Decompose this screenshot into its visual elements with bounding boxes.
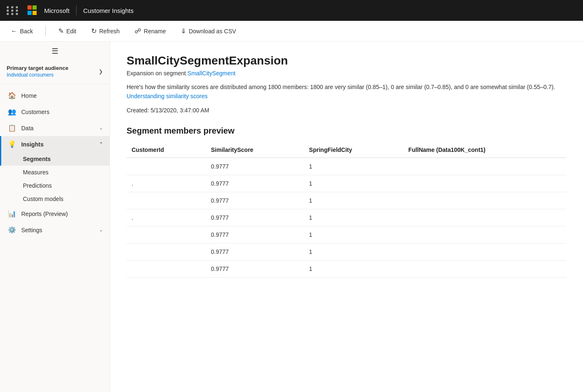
reports-icon: 📊 — [8, 210, 16, 218]
settings-icon: ⚙️ — [8, 226, 16, 234]
audience-chevron-icon: ❯ — [99, 69, 103, 74]
download-csv-button[interactable]: ⇓ Download as CSV — [178, 25, 239, 37]
cell-fullname — [404, 226, 566, 243]
cell-similarity: 0.9777 — [206, 226, 304, 243]
table-row: 0.9777 1 — [127, 226, 566, 243]
custom-models-label: Custom models — [23, 196, 63, 202]
table-row: . 0.9777 1 — [127, 209, 566, 226]
audience-sub: Individual consumers — [7, 72, 68, 78]
rename-icon: ☍ — [135, 27, 141, 35]
sidebar-item-data-label: Data — [21, 125, 94, 131]
cell-fullname — [404, 158, 566, 175]
sidebar-item-segments[interactable]: Segments — [0, 152, 110, 166]
cell-customerid — [127, 243, 206, 260]
predictions-label: Predictions — [23, 182, 52, 189]
sidebar-item-insights-label: Insights — [21, 141, 94, 148]
data-icon: 📋 — [8, 124, 16, 132]
cell-customerid — [127, 158, 206, 175]
back-button[interactable]: ← Back — [8, 26, 35, 37]
insights-chevron-icon: ⌃ — [99, 141, 103, 147]
insights-icon: 💡 — [8, 140, 16, 148]
content-area: SmallCitySegmentExpansion Expansion on s… — [110, 42, 583, 392]
sidebar-item-settings-label: Settings — [21, 227, 94, 233]
sidebar-item-insights[interactable]: 💡 Insights ⌃ — [0, 136, 110, 152]
cell-city: 1 — [304, 243, 403, 260]
cell-customerid — [127, 192, 206, 209]
table-row: 0.9777 1 — [127, 192, 566, 209]
sidebar-item-customers[interactable]: 👥 Customers — [0, 104, 110, 120]
table-row: 0.9777 1 — [127, 260, 566, 277]
cell-city: 1 — [304, 158, 403, 175]
topbar: Microsoft Customer Insights — [0, 0, 583, 21]
cell-customerid — [127, 260, 206, 277]
table-header-row: CustomerId SimilarityScore SpringFieldCi… — [127, 142, 566, 158]
table-section-title: Segment members preview — [127, 126, 566, 136]
edit-label: Edit — [66, 28, 76, 35]
rename-label: Rename — [144, 28, 166, 35]
segment-description: Here's how the similarity scores are dis… — [127, 82, 566, 101]
download-label: Download as CSV — [189, 28, 236, 35]
sidebar-item-reports-label: Reports (Preview) — [21, 211, 103, 217]
toolbar: ← Back ✎ Edit ↻ Refresh ☍ Rename ⇓ Downl… — [0, 21, 583, 42]
cell-city: 1 — [304, 260, 403, 277]
sidebar: ☰ Primary target audience Individual con… — [0, 42, 110, 392]
customers-icon: 👥 — [8, 108, 16, 116]
cell-city: 1 — [304, 192, 403, 209]
similarity-scores-link[interactable]: Understanding similarity scores — [127, 93, 208, 99]
sidebar-item-home[interactable]: 🏠 Home — [0, 87, 110, 104]
cell-city: 1 — [304, 226, 403, 243]
cell-customerid: . — [127, 175, 206, 192]
microsoft-label: Microsoft — [44, 7, 70, 14]
subtitle-prefix: Expansion on segment — [127, 70, 187, 77]
cell-fullname — [404, 260, 566, 277]
cell-similarity: 0.9777 — [206, 209, 304, 226]
audience-selector[interactable]: Primary target audience Individual consu… — [0, 61, 110, 84]
rename-button[interactable]: ☍ Rename — [132, 25, 168, 37]
topbar-product-title: Customer Insights — [83, 7, 134, 14]
sidebar-item-reports[interactable]: 📊 Reports (Preview) — [0, 206, 110, 222]
cell-similarity: 0.9777 — [206, 158, 304, 175]
segments-label: Segments — [23, 156, 51, 162]
column-header-similarity: SimilarityScore — [206, 142, 304, 158]
cell-similarity: 0.9777 — [206, 243, 304, 260]
microsoft-logo — [27, 5, 37, 15]
home-icon: 🏠 — [8, 92, 16, 99]
measures-label: Measures — [23, 169, 48, 176]
settings-chevron-icon: ⌄ — [99, 227, 103, 233]
sidebar-item-measures[interactable]: Measures — [0, 166, 110, 179]
download-icon: ⇓ — [181, 27, 186, 35]
description-text: Here's how the similarity scores are dis… — [127, 84, 555, 90]
cell-similarity: 0.9777 — [206, 260, 304, 277]
sidebar-item-predictions[interactable]: Predictions — [0, 179, 110, 192]
cell-similarity: 0.9777 — [206, 175, 304, 192]
segment-title: SmallCitySegmentExpansion — [127, 54, 566, 67]
cell-fullname — [404, 209, 566, 226]
refresh-button[interactable]: ↻ Refresh — [89, 25, 122, 37]
refresh-label: Refresh — [99, 28, 120, 35]
cell-customerid — [127, 226, 206, 243]
hamburger-menu-button[interactable]: ☰ — [0, 42, 110, 61]
toolbar-separator — [45, 26, 46, 36]
apps-grid-icon[interactable] — [7, 6, 19, 15]
cell-fullname — [404, 175, 566, 192]
small-city-segment-link[interactable]: SmallCitySegment — [187, 70, 235, 77]
cell-city: 1 — [304, 175, 403, 192]
main-layout: ☰ Primary target audience Individual con… — [0, 42, 583, 392]
column-header-fullname: FullName (Data100K_cont1) — [404, 142, 566, 158]
sidebar-item-custom-models[interactable]: Custom models — [0, 192, 110, 206]
sidebar-nav: 🏠 Home 👥 Customers 📋 Data ⌄ 💡 Insights ⌃… — [0, 84, 110, 241]
sidebar-item-customers-label: Customers — [21, 109, 103, 115]
cell-customerid: . — [127, 209, 206, 226]
sidebar-item-settings[interactable]: ⚙️ Settings ⌄ — [0, 222, 110, 238]
segment-created: Created: 5/13/2020, 3:47:00 AM — [127, 107, 566, 114]
column-header-city: SpringFieldCity — [304, 142, 403, 158]
segment-members-table: CustomerId SimilarityScore SpringFieldCi… — [127, 142, 566, 278]
sidebar-item-data[interactable]: 📋 Data ⌄ — [0, 120, 110, 136]
segment-subtitle: Expansion on segment SmallCitySegment — [127, 70, 566, 77]
edit-button[interactable]: ✎ Edit — [56, 25, 79, 37]
back-icon: ← — [11, 27, 17, 35]
cell-fullname — [404, 192, 566, 209]
topbar-divider — [76, 5, 77, 15]
refresh-icon: ↻ — [91, 27, 97, 35]
edit-icon: ✎ — [58, 27, 64, 35]
